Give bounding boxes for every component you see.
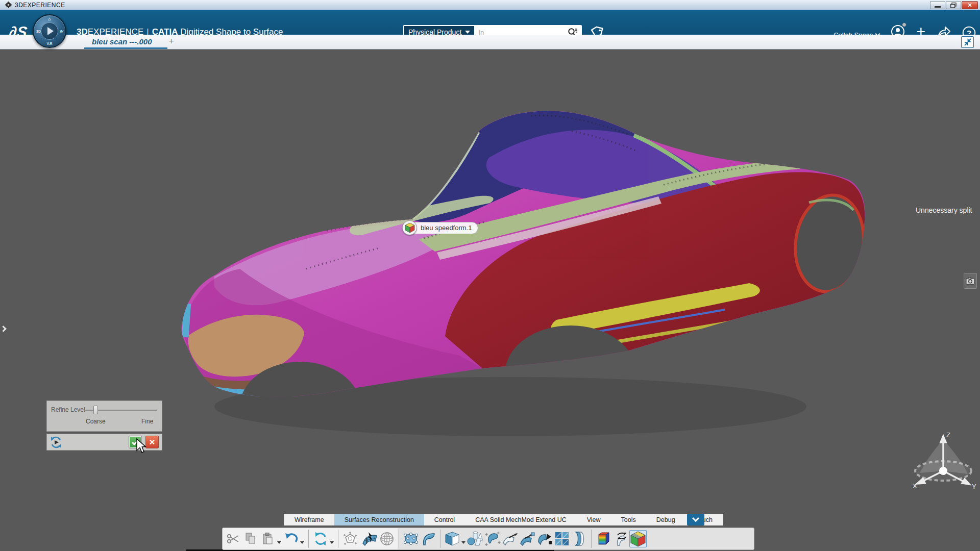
- rainbow-cube-icon[interactable]: [595, 530, 612, 547]
- segmentation-cube-icon[interactable]: [629, 530, 647, 547]
- annotation-text: Unnecessary split: [916, 206, 972, 214]
- tab-debug[interactable]: Debug: [646, 514, 685, 525]
- app-icon: [5, 2, 12, 8]
- sweep-surface-icon[interactable]: [420, 530, 437, 547]
- cube-views-dropdown-arrow[interactable]: [461, 541, 465, 544]
- tab-surfaces-reconstruction[interactable]: Surfaces Reconstruction: [334, 514, 424, 525]
- power-fit-icon[interactable]: [361, 530, 378, 547]
- window-title: 3DEXPERIENCE: [15, 2, 65, 9]
- paste-icon[interactable]: [259, 530, 277, 547]
- tab-tools[interactable]: Tools: [611, 514, 646, 525]
- capture-button[interactable]: [964, 273, 977, 289]
- collapse-window-button[interactable]: [961, 36, 974, 48]
- model-label-text: bleu speedform.1: [421, 224, 472, 232]
- close-button[interactable]: ✕: [962, 1, 978, 9]
- compass-user-icon: △: [48, 17, 51, 21]
- mesh-sphere-icon[interactable]: [378, 530, 396, 547]
- 3d-compass[interactable]: △3DiVV.R: [33, 14, 66, 48]
- undo-dropdown-arrow[interactable]: [300, 541, 304, 544]
- slider-fine-label: Fine: [141, 418, 153, 425]
- workbench-tab-bar: Wireframe Surfaces Reconstruction Contro…: [284, 514, 723, 525]
- car-scan-model[interactable]: [0, 49, 980, 551]
- chevron-down-icon: [465, 31, 470, 34]
- update-dropdown-arrow[interactable]: [330, 541, 334, 544]
- undo-icon[interactable]: [282, 530, 300, 547]
- axis-y-label: Y: [972, 483, 976, 490]
- tab-control[interactable]: Control: [424, 514, 465, 525]
- refine-slider[interactable]: [84, 410, 157, 411]
- mouse-cursor: [136, 438, 147, 454]
- axis-x-label: X: [913, 482, 917, 490]
- sparkle-surface-icon[interactable]: [484, 530, 501, 547]
- move-surface-icon[interactable]: [519, 530, 536, 547]
- model-label[interactable]: bleu speedform.1: [402, 220, 478, 235]
- update-icon[interactable]: [312, 530, 329, 547]
- minimize-button[interactable]: [930, 1, 945, 9]
- compass-vr-label: V.R: [46, 42, 52, 45]
- rotate-surface-icon[interactable]: [612, 530, 629, 547]
- compass-play-button[interactable]: [41, 22, 58, 40]
- camera-icon: [966, 277, 975, 285]
- control-points-box-icon[interactable]: [402, 530, 420, 547]
- 3d-viewport[interactable]: Unnecessary split bleu speedform.1: [0, 49, 980, 551]
- cancel-button[interactable]: ✕: [145, 436, 159, 448]
- product-cube-icon: [402, 220, 417, 235]
- extend-surface-icon[interactable]: [501, 530, 519, 547]
- patch-grid-icon[interactable]: [553, 530, 571, 547]
- axis-triad[interactable]: Z X Y: [913, 431, 979, 490]
- restore-button[interactable]: [946, 1, 961, 9]
- slider-handle[interactable]: [93, 406, 98, 414]
- panel-expander-arrow[interactable]: [1, 324, 9, 334]
- play-icon: [47, 27, 54, 35]
- chevron-down-icon: [692, 515, 699, 522]
- document-tab-bar: bleu scan ---.000 +: [0, 35, 980, 49]
- cube-views-icon[interactable]: [444, 530, 461, 547]
- app-header: ∂S 3DEXPERIENCE|CATIA Digitized Shape to…: [0, 10, 980, 35]
- new-tab-button[interactable]: +: [168, 36, 174, 47]
- paste-dropdown-arrow[interactable]: [277, 541, 281, 544]
- os-title-bar: 3DEXPERIENCE ✕: [0, 0, 980, 10]
- flag-surface-icon[interactable]: [536, 530, 553, 547]
- cut-icon[interactable]: [225, 530, 242, 547]
- tab-view[interactable]: View: [577, 514, 611, 525]
- blend-surface-icon[interactable]: [571, 530, 588, 547]
- tab-caa-solid-mechmod[interactable]: CAA Solid MechMod Extend UC: [465, 514, 577, 525]
- refine-level-label: Refine Level: [51, 406, 85, 413]
- primitives-icon[interactable]: [467, 530, 484, 547]
- document-tab[interactable]: bleu scan ---.000: [92, 37, 152, 46]
- update-preview-icon[interactable]: [50, 436, 63, 449]
- application-window: 3DEXPERIENCE ✕ ∂S 3DEXPERIENCE|CATIA Dig…: [0, 0, 980, 551]
- copy-icon[interactable]: [242, 530, 259, 547]
- x-icon: ✕: [149, 438, 156, 447]
- action-toolbar: [222, 528, 754, 550]
- tab-wireframe[interactable]: Wireframe: [284, 514, 334, 525]
- active-tab-indicator: [84, 47, 167, 49]
- axis-z-label: Z: [946, 431, 950, 439]
- magic-selection-icon[interactable]: [341, 530, 359, 547]
- notification-badge: [902, 22, 906, 27]
- tab-overflow-button[interactable]: [687, 514, 704, 525]
- compass-3d-label: 3D: [36, 30, 41, 33]
- car-hood-green-patch: [247, 202, 309, 234]
- slider-coarse-label: Coarse: [86, 418, 106, 425]
- compass-iv-label: iV: [60, 30, 63, 33]
